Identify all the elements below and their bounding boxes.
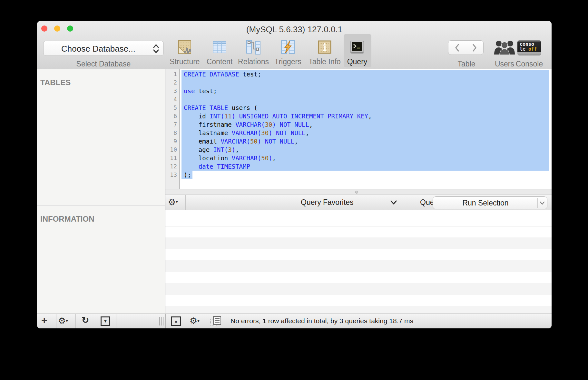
relations-icon	[246, 39, 261, 55]
split-divider[interactable]	[165, 189, 552, 195]
toolbar-item-label: Table Info	[308, 57, 341, 66]
sidebar-section-information: INFORMATION	[40, 215, 94, 224]
sql-editor[interactable]: 12345678910111213 CREATE DATABASE test;u…	[165, 69, 552, 189]
expand-panel-button[interactable]: ▲	[171, 316, 181, 326]
code-line[interactable]: CREATE TABLE users (	[165, 104, 552, 112]
chevron-down-icon[interactable]	[540, 201, 545, 205]
run-selection-button[interactable]: Run Selection	[433, 196, 547, 209]
query-results-area[interactable]	[165, 210, 552, 314]
toolbar-item-label: Content	[203, 57, 236, 66]
history-forward-button[interactable]	[466, 41, 484, 55]
sidebar-section-tables: TABLES	[40, 78, 71, 87]
status-bar: + ⚙▾ ↻ ▼ ▲ ⚙▾ No errors; 1 row affected …	[37, 314, 552, 328]
history-document-icon[interactable]	[210, 315, 222, 327]
toolbar-item-label: Triggers	[271, 57, 305, 66]
code-line[interactable]: age INT(3),	[165, 145, 552, 154]
users-button[interactable]	[493, 40, 516, 56]
sidebar: TABLES INFORMATION	[37, 69, 165, 314]
code-line[interactable]	[165, 78, 552, 87]
status-message: No errors; 1 row affected in total, by 3…	[230, 317, 413, 325]
table-row	[165, 260, 552, 272]
table-row	[165, 283, 552, 295]
toolbar-item-relations[interactable]: Relations	[237, 39, 270, 66]
code-line[interactable]: id INT(11) UNSIGNED AUTO_INCREMENT PRIMA…	[165, 112, 552, 120]
console-badge-icon: console off	[520, 42, 537, 52]
query-gear-menu[interactable]: ⚙▾	[168, 197, 178, 207]
code-line[interactable]: firstname VARCHAR(30) NOT NULL,	[165, 120, 552, 129]
toolbar-separator	[185, 195, 186, 210]
code-line[interactable]: location VARCHAR(50),	[165, 154, 552, 162]
users-caption: Users	[492, 60, 517, 68]
window-toolbar: (MySQL 5.6.33) 127.0.0.1 Choose Database…	[37, 21, 552, 69]
code-line[interactable]: CREATE DATABASE test;	[165, 70, 552, 78]
add-button[interactable]: +	[41, 315, 47, 326]
table-row	[165, 237, 552, 249]
results-divider	[165, 226, 552, 226]
button-separator	[537, 198, 538, 208]
choose-database-value: Choose Database...	[44, 44, 153, 54]
chevron-left-icon	[454, 44, 460, 52]
code-line[interactable]: lastname VARCHAR(30) NOT NULL,	[165, 129, 552, 137]
collapse-panel-button[interactable]: ▼	[101, 316, 110, 326]
gear-menu-button[interactable]: ⚙▾	[190, 316, 200, 326]
content-table-icon	[212, 39, 227, 55]
toolbar-item-structure[interactable]: Structure	[168, 39, 201, 66]
triggers-icon	[280, 39, 296, 55]
toolbar-item-label: Structure	[168, 57, 201, 66]
users-icon	[493, 40, 516, 56]
code-line[interactable]: use test;	[165, 87, 552, 95]
console-off-state: off	[528, 46, 537, 52]
code-line[interactable]: );	[165, 171, 552, 179]
query-toolbar: ⚙▾ Query Favorites Query History Run Sel…	[165, 195, 552, 210]
sidebar-divider[interactable]	[37, 205, 165, 206]
separator	[207, 314, 207, 328]
choose-database-dropdown[interactable]: Choose Database...	[43, 41, 164, 56]
pane-divider	[165, 314, 166, 328]
console-button[interactable]: console off	[517, 40, 541, 55]
popup-stepper-icon	[152, 44, 160, 54]
toolbar-item-query[interactable]: Query	[340, 39, 374, 66]
separator	[96, 314, 96, 328]
table-row	[165, 306, 552, 314]
chevron-down-icon[interactable]	[390, 200, 397, 205]
window-title: (MySQL 5.6.33) 127.0.0.1	[37, 25, 552, 35]
app-window: (MySQL 5.6.33) 127.0.0.1 Choose Database…	[37, 21, 552, 328]
toolbar-item-label: Query	[340, 57, 374, 66]
resize-grip-icon[interactable]	[159, 317, 165, 325]
separator	[56, 314, 56, 328]
desktop-background: (MySQL 5.6.33) 127.0.0.1 Choose Database…	[0, 0, 588, 380]
structure-table-icon	[177, 39, 192, 55]
separator	[226, 314, 226, 328]
separator	[116, 314, 116, 328]
code-line[interactable]: date TIMESTAMP	[165, 162, 552, 171]
separator	[186, 314, 186, 328]
refresh-button[interactable]: ↻	[82, 315, 89, 325]
query-favorites-menu[interactable]: Query Favorites	[301, 198, 354, 207]
table-info-icon: i	[317, 39, 332, 55]
toolbar-item-content[interactable]: Content	[203, 39, 236, 66]
split-handle-icon[interactable]	[355, 191, 358, 194]
toolbar-item-table-info[interactable]: i Table Info	[308, 39, 341, 66]
console-caption: Console	[515, 60, 544, 68]
chevron-right-icon	[472, 44, 477, 52]
gear-menu-button[interactable]: ⚙▾	[58, 316, 68, 326]
code-line[interactable]	[165, 95, 552, 104]
toolbar-item-triggers[interactable]: Triggers	[271, 39, 305, 66]
run-selection-label: Run Selection	[433, 199, 538, 207]
table-history-control	[448, 40, 484, 55]
svg-text:i: i	[323, 41, 327, 54]
code-line[interactable]: email VARCHAR(50) NOT NULL,	[165, 137, 552, 145]
select-database-caption: Select Database	[43, 60, 164, 68]
toolbar-item-label: Relations	[237, 57, 270, 66]
code-lines[interactable]: CREATE DATABASE test;use test;CREATE TAB…	[165, 70, 552, 179]
history-back-button[interactable]	[448, 41, 466, 55]
query-terminal-icon	[349, 39, 365, 55]
separator	[75, 314, 76, 328]
